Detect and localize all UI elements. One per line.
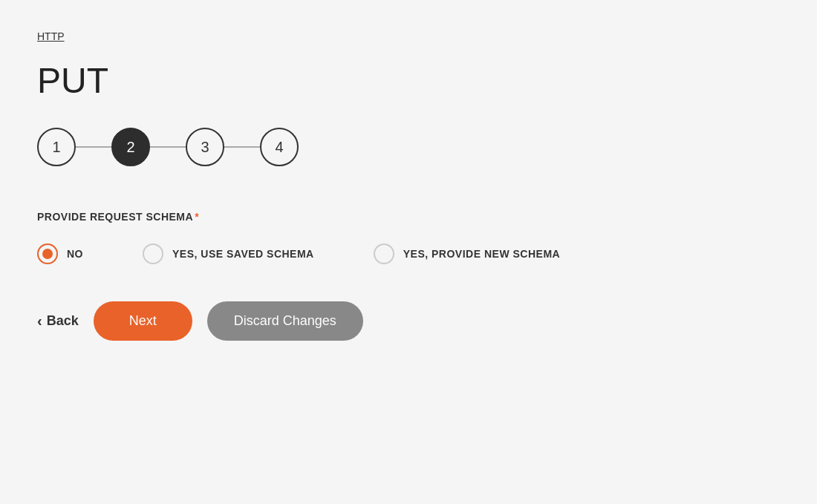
required-star: * — [195, 211, 199, 223]
step-connector-2-3 — [150, 146, 186, 148]
radio-label-no: NO — [67, 248, 83, 260]
next-button[interactable]: Next — [94, 301, 192, 341]
stepper: 1 2 3 4 — [37, 128, 780, 166]
radio-label-yes-new: YES, PROVIDE NEW SCHEMA — [403, 248, 560, 260]
page-title: PUT — [37, 60, 780, 101]
step-2[interactable]: 2 — [111, 128, 150, 166]
step-4[interactable]: 4 — [260, 128, 299, 166]
radio-button-no[interactable] — [37, 243, 58, 264]
form-section: PROVIDE REQUEST SCHEMA* NO YES, USE SAVE… — [37, 211, 780, 264]
back-button[interactable]: ‹ Back — [37, 307, 79, 336]
step-1[interactable]: 1 — [37, 128, 76, 166]
back-chevron-icon: ‹ — [37, 312, 42, 330]
radio-option-yes-new[interactable]: YES, PROVIDE NEW SCHEMA — [374, 243, 560, 264]
radio-button-yes-new[interactable] — [374, 243, 394, 264]
page-container: HTTP PUT 1 2 3 4 PROVIDE REQUEST SCHEMA* — [0, 0, 817, 370]
radio-group: NO YES, USE SAVED SCHEMA YES, PROVIDE NE… — [37, 243, 780, 264]
step-connector-3-4 — [224, 146, 260, 148]
step-connector-1-2 — [76, 146, 111, 148]
radio-button-yes-saved[interactable] — [143, 243, 163, 264]
section-label: PROVIDE REQUEST SCHEMA* — [37, 211, 780, 223]
button-bar: ‹ Back Next Discard Changes — [37, 301, 780, 341]
discard-changes-button[interactable]: Discard Changes — [207, 301, 363, 341]
radio-option-yes-saved[interactable]: YES, USE SAVED SCHEMA — [143, 243, 314, 264]
breadcrumb-http[interactable]: HTTP — [37, 30, 65, 42]
radio-option-no[interactable]: NO — [37, 243, 83, 264]
radio-inner-no — [42, 249, 53, 259]
radio-label-yes-saved: YES, USE SAVED SCHEMA — [172, 248, 314, 260]
step-3[interactable]: 3 — [186, 128, 224, 166]
